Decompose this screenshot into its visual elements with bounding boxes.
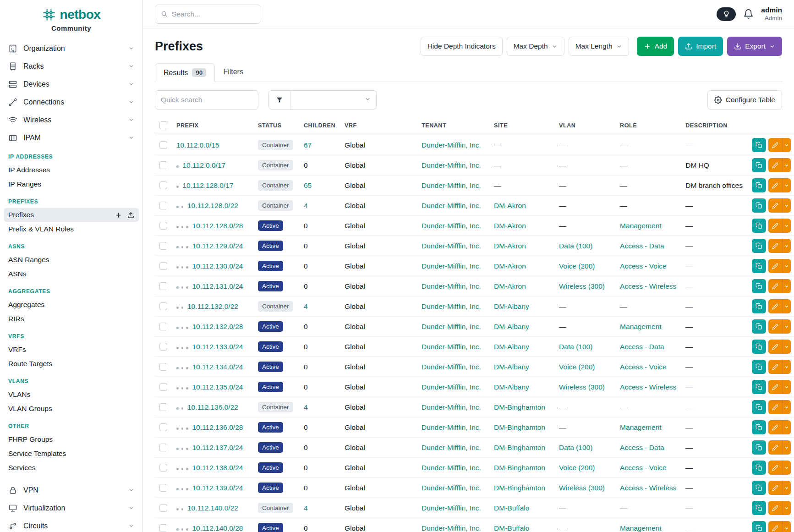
role-link[interactable]: Management: [620, 323, 661, 330]
column-header-site[interactable]: SITE: [489, 116, 554, 135]
clone-button[interactable]: [752, 521, 766, 532]
tenant-link[interactable]: Dunder-Mifflin, Inc.: [422, 524, 481, 532]
column-header-tenant[interactable]: TENANT: [417, 116, 489, 135]
role-link[interactable]: Management: [620, 423, 661, 431]
site-link[interactable]: DM-Akron: [494, 262, 526, 270]
add-prefix-mini-button[interactable]: [115, 212, 122, 219]
role-link[interactable]: Access - Data: [620, 242, 664, 250]
clone-button[interactable]: [752, 501, 766, 515]
sidebar-item-route-targets[interactable]: Route Targets: [4, 357, 139, 371]
prefix-link[interactable]: 10.112.129.0/24: [192, 242, 243, 250]
import-prefixes-mini-button[interactable]: [127, 212, 134, 219]
prefix-link[interactable]: 10.112.0.0/15: [176, 141, 219, 149]
site-link[interactable]: DM-Binghamton: [494, 444, 545, 451]
role-link[interactable]: Access - Wireless: [620, 484, 676, 492]
row-checkbox[interactable]: [159, 242, 167, 250]
column-header-vlan[interactable]: VLAN: [554, 116, 615, 135]
sidebar-item-prefixes[interactable]: Prefixes: [4, 208, 139, 222]
edit-button[interactable]: [768, 521, 783, 532]
edit-dropdown-toggle[interactable]: [783, 259, 791, 273]
vlan-link[interactable]: Voice (200): [559, 363, 595, 371]
edit-dropdown-toggle[interactable]: [783, 420, 791, 434]
tenant-link[interactable]: Dunder-Mifflin, Inc.: [422, 403, 481, 411]
edit-button[interactable]: [768, 440, 783, 455]
role-link[interactable]: Access - Data: [620, 444, 664, 451]
tenant-link[interactable]: Dunder-Mifflin, Inc.: [422, 222, 481, 230]
configure-table-button[interactable]: Configure Table: [707, 90, 782, 110]
row-checkbox[interactable]: [159, 403, 167, 411]
edit-dropdown-toggle[interactable]: [783, 138, 791, 152]
edit-button[interactable]: [768, 420, 783, 434]
edit-button[interactable]: [768, 360, 783, 374]
prefix-link[interactable]: 10.112.134.0/24: [192, 363, 243, 371]
prefix-link[interactable]: 10.112.137.0/24: [192, 444, 243, 451]
edit-dropdown-toggle[interactable]: [783, 521, 791, 532]
site-link[interactable]: DM-Albany: [494, 302, 529, 310]
site-link[interactable]: DM-Albany: [494, 363, 529, 371]
sidebar-item-service-templates[interactable]: Service Templates: [4, 447, 139, 461]
prefix-link[interactable]: 10.112.131.0/24: [192, 282, 243, 290]
edit-dropdown-toggle[interactable]: [783, 360, 791, 374]
site-link[interactable]: DM-Binghamton: [494, 423, 545, 431]
edit-button[interactable]: [768, 380, 783, 394]
tenant-link[interactable]: Dunder-Mifflin, Inc.: [422, 141, 481, 149]
site-link[interactable]: DM-Binghamton: [494, 403, 545, 411]
hide-depth-indicators-button[interactable]: Hide Depth Indicators: [421, 37, 503, 56]
sidebar-item-asn-ranges[interactable]: ASN Ranges: [4, 253, 139, 267]
clone-button[interactable]: [752, 380, 766, 394]
export-dropdown[interactable]: Export: [727, 37, 782, 56]
sidebar-group-virtualization[interactable]: Virtualization: [0, 499, 142, 517]
sidebar-group-organization[interactable]: Organization: [0, 39, 142, 57]
max-depth-dropdown[interactable]: Max Depth: [507, 37, 564, 56]
children-count[interactable]: 67: [304, 141, 312, 149]
tenant-link[interactable]: Dunder-Mifflin, Inc.: [422, 464, 481, 472]
clone-button[interactable]: [752, 259, 766, 273]
edit-dropdown-toggle[interactable]: [783, 440, 791, 455]
row-checkbox[interactable]: [159, 222, 167, 230]
column-header-description[interactable]: DESCRIPTION: [681, 116, 747, 135]
filter-button[interactable]: [268, 90, 290, 110]
prefix-link[interactable]: 10.112.132.0/22: [187, 302, 238, 310]
site-link[interactable]: DM-Akron: [494, 222, 526, 230]
clone-button[interactable]: [752, 461, 766, 475]
row-checkbox[interactable]: [159, 363, 167, 371]
tenant-link[interactable]: Dunder-Mifflin, Inc.: [422, 202, 481, 209]
row-checkbox[interactable]: [159, 282, 167, 290]
clone-button[interactable]: [752, 400, 766, 414]
role-link[interactable]: Access - Voice: [620, 464, 667, 472]
sidebar-group-vpn[interactable]: VPN: [0, 481, 142, 499]
tenant-link[interactable]: Dunder-Mifflin, Inc.: [422, 484, 481, 492]
clone-button[interactable]: [752, 299, 766, 313]
site-link[interactable]: DM-Binghamton: [494, 484, 545, 492]
edit-button[interactable]: [768, 299, 783, 313]
children-count[interactable]: 4: [304, 202, 308, 209]
role-link[interactable]: Access - Voice: [620, 262, 667, 270]
vlan-link[interactable]: Voice (200): [559, 262, 595, 270]
row-checkbox[interactable]: [159, 262, 167, 270]
sidebar-item-asns[interactable]: ASNs: [4, 267, 139, 281]
clone-button[interactable]: [752, 198, 766, 213]
tenant-link[interactable]: Dunder-Mifflin, Inc.: [422, 423, 481, 431]
clone-button[interactable]: [752, 279, 766, 293]
sidebar-group-circuits[interactable]: Circuits: [0, 517, 142, 532]
edit-button[interactable]: [768, 400, 783, 414]
row-checkbox[interactable]: [159, 524, 167, 532]
tenant-link[interactable]: Dunder-Mifflin, Inc.: [422, 504, 481, 512]
role-link[interactable]: Access - Data: [620, 343, 664, 351]
notifications-bell-icon[interactable]: [743, 9, 754, 19]
edit-button[interactable]: [768, 461, 783, 475]
site-link[interactable]: DM-Buffalo: [494, 524, 529, 532]
row-checkbox[interactable]: [159, 464, 167, 472]
prefix-link[interactable]: 10.112.132.0/28: [192, 323, 243, 330]
edit-dropdown-toggle[interactable]: [783, 340, 791, 354]
vlan-link[interactable]: Data (100): [559, 242, 592, 250]
tenant-link[interactable]: Dunder-Mifflin, Inc.: [422, 282, 481, 290]
tab-results[interactable]: Results 90: [155, 63, 215, 82]
column-header-children[interactable]: CHILDREN: [299, 116, 340, 135]
row-checkbox[interactable]: [159, 161, 167, 169]
clone-button[interactable]: [752, 219, 766, 233]
edit-button[interactable]: [768, 138, 783, 152]
vlan-link[interactable]: Wireless (300): [559, 484, 605, 492]
prefix-link[interactable]: 10.112.138.0/24: [192, 464, 243, 472]
edit-button[interactable]: [768, 219, 783, 233]
